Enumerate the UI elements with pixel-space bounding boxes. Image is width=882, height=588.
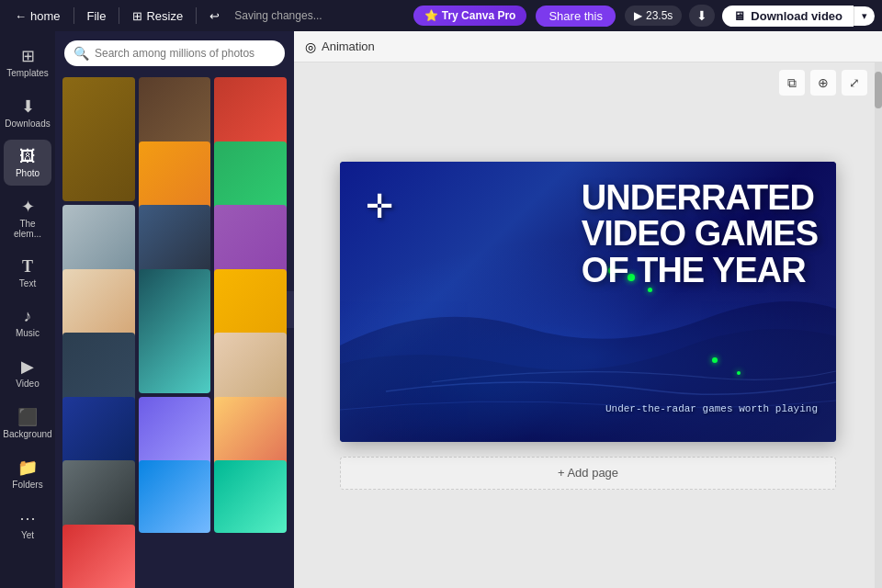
photo-item[interactable] — [214, 397, 287, 469]
share-button[interactable]: Share this — [536, 6, 616, 27]
home-button[interactable]: ← home — [7, 6, 68, 27]
sidebar-item-text[interactable]: T Text — [4, 250, 51, 296]
canvas-scrollbar-thumb[interactable] — [875, 72, 882, 108]
photo-item[interactable] — [139, 141, 211, 214]
photo-item[interactable] — [62, 397, 135, 469]
photo-item[interactable] — [62, 460, 135, 533]
nav-divider-2 — [119, 7, 119, 24]
search-input-wrap: 🔍 — [64, 40, 285, 66]
download-video-group: 🖥 Download video ▾ — [718, 6, 875, 27]
canvas-scrollbar[interactable] — [875, 62, 882, 588]
green-dot — [712, 357, 718, 363]
saving-status: Saving changes... — [234, 9, 322, 22]
resize-label: Resize — [146, 9, 183, 23]
sidebar-item-folders[interactable]: 📁 Folders — [4, 450, 51, 497]
canvas-area: ◎ Animation ⧉ ⊕ ⤢ — [294, 31, 882, 588]
text-label: Text — [19, 278, 36, 288]
sidebar-item-elements[interactable]: ✦ The elem... — [4, 189, 51, 246]
add-page-button[interactable]: + Add page — [340, 457, 836, 490]
elements-icon: ✦ — [21, 197, 35, 217]
photo-item[interactable] — [62, 205, 135, 277]
duplicate-icon: ⊕ — [818, 75, 829, 90]
sidebar-item-photo[interactable]: 🖼 Photo — [4, 140, 51, 186]
search-input[interactable] — [95, 47, 276, 60]
canvas-toolbar: ⧉ ⊕ ⤢ — [779, 70, 867, 96]
nav-divider-3 — [196, 7, 197, 24]
photo-label: Photo — [16, 168, 40, 178]
home-icon: ← — [15, 9, 27, 23]
photo-item[interactable] — [62, 333, 135, 405]
download-icon: ⬇ — [696, 8, 707, 23]
sidebar: ⊞ Templates ⬇ Downloads 🖼 Photo ✦ The el… — [0, 31, 55, 588]
photo-item[interactable] — [214, 460, 287, 533]
duplicate-button[interactable]: ⊕ — [810, 70, 836, 96]
share-label: Share this — [548, 9, 603, 23]
photo-item[interactable] — [62, 77, 135, 201]
timer-button[interactable]: ▶ 23.5s — [625, 6, 682, 26]
more-icon: ⋯ — [19, 508, 36, 528]
card-title-block: UNDERRATED VIDEO GAMES OF THE YEAR — [582, 180, 818, 290]
undo-button[interactable]: ↩ — [202, 6, 227, 27]
copy-button[interactable]: ⧉ — [779, 70, 805, 96]
photo-icon: 🖼 — [19, 147, 36, 166]
design-canvas[interactable]: ✛ UNDERRATED VIDEO GAMES OF THE YEAR Und… — [340, 162, 836, 442]
sidebar-item-music[interactable]: ♪ Music — [4, 300, 51, 345]
photo-item[interactable] — [139, 269, 211, 393]
photo-panel: 🔍 ‹ — [55, 31, 294, 588]
photo-item[interactable] — [214, 269, 287, 342]
download-icon-button[interactable]: ⬇ — [689, 5, 715, 27]
card-title-line1: UNDERRATED — [582, 180, 818, 217]
photo-item[interactable] — [62, 269, 135, 342]
background-icon: ⬛ — [17, 407, 38, 427]
play-icon: ▶ — [634, 9, 642, 22]
photo-item[interactable] — [214, 141, 287, 214]
main-area: ⊞ Templates ⬇ Downloads 🖼 Photo ✦ The el… — [0, 31, 882, 588]
chevron-down-icon: ▾ — [862, 10, 867, 21]
photo-item[interactable] — [139, 205, 211, 277]
folders-icon: 📁 — [17, 458, 38, 478]
sidebar-item-video[interactable]: ▶ Video — [4, 349, 51, 396]
photo-item[interactable] — [214, 205, 287, 277]
sidebar-item-templates[interactable]: ⊞ Templates — [4, 39, 51, 85]
animation-tab-label: Animation — [322, 40, 375, 53]
elements-label: The elem... — [7, 219, 48, 239]
try-canva-label: Try Canva Pro — [442, 9, 516, 22]
canvas-content: ✛ UNDERRATED VIDEO GAMES OF THE YEAR Und… — [294, 62, 882, 588]
yet-label: Yet — [21, 530, 34, 540]
controller-icon: ✛ — [366, 187, 393, 226]
video-icon: ▶ — [21, 356, 34, 377]
expand-button[interactable]: ⤢ — [842, 70, 867, 96]
undo-icon: ↩ — [209, 9, 220, 23]
photo-item[interactable] — [214, 333, 287, 405]
add-page-label: + Add page — [558, 466, 618, 480]
copy-icon: ⧉ — [787, 75, 797, 91]
expand-icon: ⤢ — [849, 75, 860, 90]
collapse-panel-button[interactable]: ‹ — [287, 291, 294, 328]
downloads-icon: ⬇ — [21, 96, 35, 117]
download-video-label: Download video — [751, 9, 842, 23]
animation-tab: ◎ Animation — [294, 31, 882, 62]
folders-label: Folders — [12, 480, 42, 490]
download-dropdown-button[interactable]: ▾ — [854, 6, 875, 26]
text-icon: T — [22, 257, 33, 277]
sidebar-item-yet[interactable]: ⋯ Yet — [4, 501, 51, 548]
photo-item[interactable] — [139, 397, 211, 469]
tv-icon: 🖥 — [733, 9, 745, 23]
download-video-button[interactable]: 🖥 Download video — [722, 6, 854, 27]
try-canva-button[interactable]: ⭐ Try Canva Pro — [413, 6, 527, 26]
timer-label: 23.5s — [646, 9, 673, 22]
photo-item[interactable] — [139, 77, 211, 150]
resize-button[interactable]: ⊞ Resize — [125, 6, 190, 27]
canva-star-icon: ⭐ — [424, 9, 438, 22]
music-icon: ♪ — [24, 307, 32, 326]
sidebar-item-background[interactable]: ⬛ Background — [4, 400, 51, 447]
animation-icon: ◎ — [305, 40, 316, 54]
photo-item[interactable] — [214, 77, 287, 150]
photo-grid — [55, 74, 294, 588]
file-button[interactable]: File — [80, 6, 114, 27]
photo-item[interactable] — [62, 525, 135, 589]
photo-item[interactable] — [139, 460, 211, 533]
card-title-line2: VIDEO GAMES — [582, 216, 818, 253]
sidebar-item-downloads[interactable]: ⬇ Downloads — [4, 89, 51, 136]
nav-divider-1 — [74, 7, 74, 24]
